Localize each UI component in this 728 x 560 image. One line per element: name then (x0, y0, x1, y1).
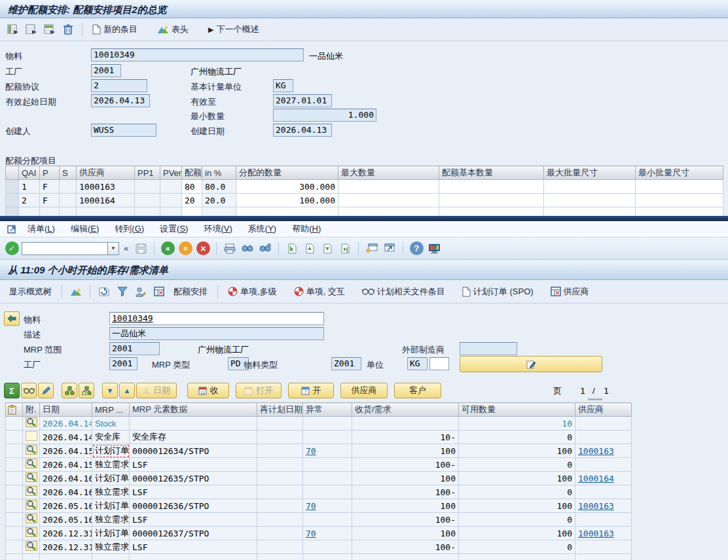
table-details-icon[interactable] (42, 22, 58, 37)
next-overview-button[interactable]: ▶ 下一个概述 (204, 22, 263, 37)
menu-item[interactable]: 转到(G) (107, 222, 152, 236)
exception-cell[interactable]: 70 (303, 444, 352, 458)
edit-notes-button[interactable] (460, 356, 602, 372)
mrp-list-row[interactable]: 2026.04.16 独立需求 LSF 100- 0 (6, 485, 632, 499)
back-button[interactable]: « (160, 241, 175, 256)
quota-arrangement-field[interactable]: 2 (91, 79, 147, 92)
menu-item[interactable]: 帮助(H) (284, 222, 329, 236)
magnifier-icon[interactable] (26, 472, 37, 482)
exception-cell[interactable] (303, 472, 352, 485)
detail-cell[interactable] (23, 430, 40, 444)
material-field[interactable]: 10010349 (109, 312, 324, 325)
menu-item[interactable]: 清单(L) (20, 222, 63, 236)
exception-cell[interactable] (303, 458, 352, 472)
magnifier-icon[interactable] (26, 417, 37, 427)
created-on-field[interactable]: 2026.04.13 (273, 124, 332, 137)
magnifier-icon[interactable] (26, 486, 37, 496)
min-qty-field[interactable]: 1.000 (273, 109, 376, 122)
open-period-button[interactable]: 7 开 (288, 383, 334, 398)
cancel-button[interactable]: × (195, 241, 211, 256)
pegged-requirements-button[interactable]: 计划相关文件条目 (358, 285, 449, 299)
scroll-up-button[interactable]: ▲ (119, 383, 135, 398)
open-button[interactable]: 打开 (236, 383, 282, 398)
quota-item-row[interactable]: 1 F 1000163 80 80.0 300.000 (6, 180, 723, 194)
customer-filter-button[interactable]: 客户 (394, 383, 441, 398)
create-shortcut-icon[interactable] (382, 241, 397, 256)
created-by-field[interactable]: WUSS (91, 124, 156, 137)
magnifier-icon[interactable] (26, 541, 37, 551)
magnifier-icon[interactable] (26, 500, 37, 510)
first-page-icon[interactable] (284, 241, 300, 256)
page-up-icon[interactable] (302, 241, 318, 256)
planned-order-button[interactable]: 计划订单 (SPO) (458, 285, 537, 299)
mrp-area-field[interactable]: 2001 (109, 342, 160, 355)
mrp-list-row[interactable]: 2026.05.16 计划订单 0000012636/STPO 70 100 1… (6, 499, 632, 513)
magnifier-icon[interactable] (26, 527, 37, 537)
mrp-list-row[interactable]: 2026.04.16 计划订单 0000012635/STPO 100 100 … (6, 472, 632, 485)
attachment-overview-header[interactable] (6, 403, 23, 417)
display-details-button[interactable] (21, 383, 37, 398)
detail-cell[interactable] (23, 472, 40, 485)
select-cell[interactable] (6, 513, 23, 527)
menu-item[interactable]: 编辑(E) (63, 222, 107, 236)
mrp-list-row[interactable]: 2026.04.15 独立需求 LSF 100- 0 (6, 458, 632, 472)
page-scroll-indicator[interactable] (588, 398, 602, 400)
quota-item-row[interactable]: 2 F 1000164 20 20.0 100.000 (6, 194, 723, 207)
header-button[interactable]: 表头 (153, 22, 192, 37)
product-tree-button[interactable] (79, 383, 94, 398)
external-manufacturer-field[interactable] (460, 342, 517, 355)
magnifier-icon[interactable] (26, 459, 37, 468)
show-overview-tree-button[interactable]: 显示概览树 (5, 285, 56, 299)
mrp-list-row[interactable]: 2026.12.31 计划订单 0000012637/STPO 70 100 1… (6, 527, 632, 540)
unit-extra-field[interactable] (429, 357, 449, 370)
blank-attachment-icon[interactable] (26, 431, 37, 441)
user-settings-icon[interactable] (133, 284, 149, 300)
header-details-icon[interactable] (68, 284, 84, 300)
select-cell[interactable] (6, 485, 23, 499)
exception-cell[interactable]: 70 (303, 499, 352, 513)
vendor-cell[interactable]: 1000163 (575, 499, 632, 513)
vendor-cell[interactable] (575, 540, 632, 554)
magnifier-icon[interactable] (26, 514, 37, 523)
find-icon[interactable] (240, 241, 255, 256)
order-tree-button[interactable] (62, 383, 77, 398)
exception-cell[interactable] (303, 430, 352, 444)
system-menu-icon[interactable] (5, 222, 18, 236)
row-selector[interactable] (6, 180, 19, 194)
exit-up-button[interactable]: » (177, 241, 193, 256)
vendor-toolbar-button[interactable]: 供应商 (547, 285, 593, 299)
detail-cell[interactable] (23, 417, 40, 430)
vendor-cell[interactable] (575, 485, 632, 499)
chevron-down-icon[interactable]: ▼ (108, 242, 119, 255)
select-cell[interactable] (6, 499, 23, 513)
mrp-list-row[interactable]: 2026.04.14 Stock 10 (6, 417, 632, 430)
detail-cell[interactable] (23, 513, 40, 527)
mrp-list-row[interactable]: 2026.12.31 独立需求 LSF 100- 0 (6, 540, 632, 554)
detail-cell[interactable] (23, 499, 40, 513)
exception-cell[interactable] (303, 513, 352, 527)
single-multilevel-button[interactable]: 单项,多级 (224, 285, 281, 299)
detail-cell[interactable] (23, 485, 40, 499)
vendor-cell[interactable] (575, 430, 632, 444)
scroll-down-button[interactable]: ▼ (102, 383, 118, 398)
row-selector[interactable] (6, 194, 19, 207)
detail-cell[interactable] (23, 540, 40, 554)
vendor-cell[interactable]: 1000164 (575, 472, 632, 485)
period-totals-icon[interactable] (151, 284, 167, 300)
change-pencil-button[interactable] (38, 383, 54, 398)
mrp-list-row[interactable]: 2026.05.16 独立需求 LSF 100- 0 (6, 513, 632, 527)
vendor-cell[interactable]: 1000163 (575, 444, 632, 458)
valid-from-field[interactable]: 2026.04.13 (91, 94, 150, 107)
date-button[interactable]: 日期 (136, 383, 177, 398)
detail-cell[interactable] (23, 444, 40, 458)
magnifier-icon[interactable] (26, 445, 37, 455)
table-copy-icon[interactable] (24, 22, 39, 37)
material-field[interactable]: 10010349 (91, 48, 304, 61)
base-uom-field[interactable]: KG (273, 79, 293, 92)
row-selector-header[interactable] (6, 166, 19, 180)
mrp-list-row[interactable]: 2026.04.15 计划订单 0000012634/STPO 70 100 1… (6, 444, 632, 458)
delete-icon[interactable] (60, 22, 76, 37)
enter-button[interactable]: ✓ (4, 241, 20, 256)
vendor-cell[interactable] (575, 417, 632, 430)
vendor-cell[interactable] (575, 458, 632, 472)
